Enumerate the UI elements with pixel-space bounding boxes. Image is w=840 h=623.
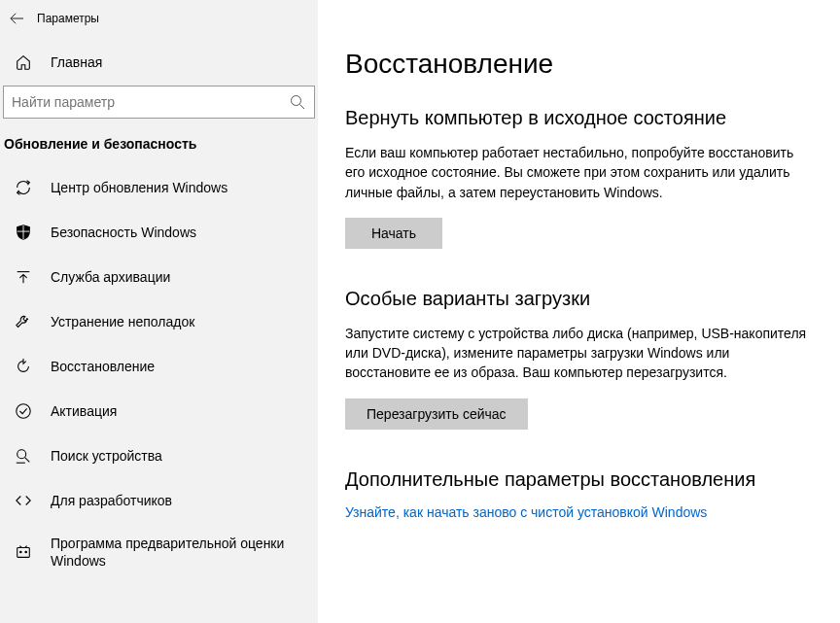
fresh-start-link[interactable]: Узнайте, как начать заново с чистой уста… [345,504,707,520]
svg-point-4 [19,551,22,554]
sidebar-section-title: Обновление и безопасность [0,136,318,165]
back-button[interactable] [4,6,29,31]
sidebar-item-developers[interactable]: Для разработчиков [0,478,318,523]
get-started-button[interactable]: Начать [345,218,442,249]
sidebar-item-label: Активация [51,402,117,420]
section-advanced-startup: Особые варианты загрузки Запустите систе… [345,288,813,430]
recovery-icon [14,357,33,376]
sidebar-item-backup[interactable]: Служба архивации [0,255,318,299]
section-body: Запустите систему с устройства либо диск… [345,324,812,383]
restart-now-button[interactable]: Перезагрузить сейчас [345,398,528,430]
find-device-icon [14,446,33,466]
window-title: Параметры [37,12,99,25]
sidebar-item-label: Центр обновления Windows [51,179,228,196]
sidebar-item-recovery[interactable]: Восстановление [0,344,318,389]
home-icon [14,52,33,72]
sync-icon [14,178,33,197]
sidebar-home-label: Главная [51,54,102,70]
sidebar-nav: Центр обновления Windows Безопасность Wi… [0,165,318,581]
titlebar: Параметры [0,0,318,43]
section-more-recovery: Дополнительные параметры восстановления … [345,468,813,520]
content-area: Восстановление Вернуть компьютер в исход… [318,0,840,623]
insider-icon [14,542,33,562]
svg-point-2 [18,450,26,459]
sidebar-home[interactable]: Главная [0,43,318,86]
page-title: Восстановление [345,49,813,80]
section-reset-pc: Вернуть компьютер в исходное состояние Е… [345,107,813,249]
arrow-left-icon [10,12,23,25]
sidebar-item-label: Программа предварительной оценки Windows [51,535,304,570]
section-heading: Вернуть компьютер в исходное состояние [345,107,813,129]
sidebar-item-label: Восстановление [51,358,155,375]
developers-icon [14,491,33,510]
svg-point-0 [292,96,301,106]
svg-point-1 [17,404,30,418]
backup-icon [14,267,33,287]
sidebar-item-label: Безопасность Windows [51,224,196,241]
shield-icon [14,223,33,242]
activation-icon [14,401,33,421]
search-input[interactable] [12,94,289,110]
sidebar-item-label: Устранение неполадок [51,313,194,330]
sidebar-item-find-device[interactable]: Поиск устройства [0,433,318,478]
svg-point-5 [24,551,27,554]
sidebar: Параметры Главная Обновление и безопасно… [0,0,318,623]
sidebar-item-windows-security[interactable]: Безопасность Windows [0,210,318,255]
section-heading: Особые варианты загрузки [345,288,813,310]
search-icon [289,93,306,111]
sidebar-item-label: Служба архивации [51,268,170,286]
sidebar-item-label: Для разработчиков [51,492,172,509]
sidebar-item-label: Поиск устройства [51,447,162,465]
search-box[interactable] [3,86,315,119]
sidebar-item-windows-update[interactable]: Центр обновления Windows [0,165,318,210]
wrench-icon [14,312,33,331]
sidebar-item-insider[interactable]: Программа предварительной оценки Windows [0,523,318,581]
sidebar-item-activation[interactable]: Активация [0,389,318,433]
section-body: Если ваш компьютер работает нестабильно,… [345,143,812,202]
sidebar-item-troubleshoot[interactable]: Устранение неполадок [0,299,318,344]
svg-rect-3 [18,548,30,558]
section-heading: Дополнительные параметры восстановления [345,468,813,491]
